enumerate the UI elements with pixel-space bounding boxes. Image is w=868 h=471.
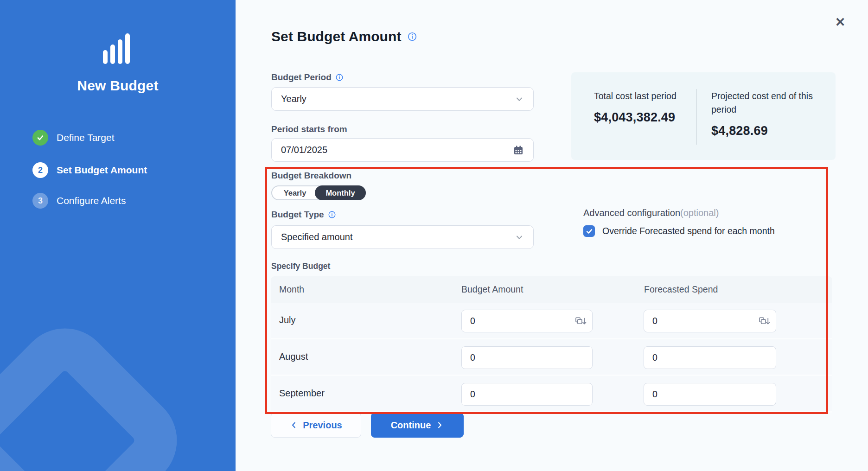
column-header-month: Month: [279, 284, 304, 295]
chevron-left-icon: [290, 421, 298, 429]
toggle-option-yearly[interactable]: Yearly: [272, 189, 318, 197]
continue-button-label: Continue: [391, 420, 431, 431]
budget-amount-field[interactable]: [461, 310, 593, 332]
toggle-option-monthly-selected[interactable]: Monthly: [315, 185, 366, 200]
budget-period-label: Budget Period: [271, 72, 332, 83]
chevron-down-icon: [515, 233, 524, 242]
forecasted-spend-field[interactable]: [644, 383, 776, 406]
budget-period-value: Yearly: [281, 94, 515, 104]
budget-breakdown-label: Budget Breakdown: [271, 171, 351, 181]
chevron-right-icon: [435, 421, 444, 429]
budget-amount-field[interactable]: [461, 383, 593, 406]
set-budget-amount-panel: ✕ Set Budget Amount Budget Period Yearly…: [236, 0, 868, 471]
table-header-row: Month Budget Amount Forecasted Spend: [271, 276, 832, 303]
budget-amount-input[interactable]: [470, 316, 574, 326]
wizard-sidebar: New Budget Define Target 2 Set Budget Am…: [0, 0, 236, 471]
budget-amount-input[interactable]: [470, 389, 587, 400]
info-icon[interactable]: [407, 32, 417, 42]
forecasted-spend-field[interactable]: [644, 310, 776, 332]
previous-button[interactable]: Previous: [271, 413, 361, 438]
copy-down-icon[interactable]: [574, 316, 587, 326]
column-header-forecasted-spend: Forecasted Spend: [644, 284, 718, 295]
page-title: Set Budget Amount: [271, 29, 402, 45]
step-number-badge: 2: [32, 162, 48, 178]
period-starts-field[interactable]: [271, 138, 534, 162]
budget-type-select[interactable]: Specified amount: [271, 225, 534, 249]
table-row: July: [271, 303, 832, 339]
specify-budget-table: Month Budget Amount Forecasted Spend Jul…: [271, 276, 832, 414]
column-header-budget-amount: Budget Amount: [461, 284, 523, 295]
forecasted-spend-input[interactable]: [652, 352, 770, 363]
override-forecast-label: Override Forecasted spend for each month: [602, 226, 775, 236]
step-label: Define Target: [57, 132, 115, 143]
month-label: August: [279, 351, 308, 362]
calendar-icon[interactable]: [513, 145, 524, 156]
vertical-divider: [696, 89, 697, 145]
bar-chart-logo-icon: [103, 33, 131, 64]
specify-budget-label: Specify Budget: [271, 261, 330, 271]
advanced-configuration-label: Advanced configuration: [583, 208, 680, 218]
close-icon[interactable]: ✕: [832, 14, 849, 31]
step-label: Set Budget Amount: [57, 165, 147, 176]
projected-cost-label: Projected cost end of this period: [711, 89, 818, 116]
budget-type-value: Specified amount: [281, 232, 515, 242]
total-cost-last-period-label: Total cost last period: [594, 89, 687, 103]
forecasted-spend-input[interactable]: [652, 389, 770, 400]
budget-type-label: Budget Type: [271, 210, 324, 220]
cost-summary-card: Total cost last period $4,043,382.49 Pro…: [571, 72, 836, 160]
step-configure-alerts[interactable]: 3 Configure Alerts: [32, 192, 126, 210]
new-budget-dialog: New Budget Define Target 2 Set Budget Am…: [0, 0, 868, 471]
checked-checkbox-icon[interactable]: [583, 225, 595, 237]
step-set-budget-amount[interactable]: 2 Set Budget Amount: [32, 161, 147, 179]
info-icon[interactable]: [328, 210, 336, 219]
step-label: Configure Alerts: [57, 195, 126, 206]
step-define-target[interactable]: Define Target: [32, 129, 115, 146]
month-label: July: [279, 315, 296, 325]
table-row: September: [271, 376, 832, 413]
override-forecast-option[interactable]: Override Forecasted spend for each month: [583, 225, 775, 237]
chevron-down-icon: [515, 95, 524, 104]
period-starts-label: Period starts from: [271, 124, 347, 134]
previous-button-label: Previous: [303, 420, 342, 431]
optional-label: (optional): [680, 208, 719, 218]
copy-down-icon[interactable]: [758, 316, 770, 326]
wizard-title: New Budget: [0, 78, 236, 94]
step-number-badge: 3: [32, 193, 48, 209]
budget-amount-field[interactable]: [461, 346, 593, 369]
table-row: August: [271, 339, 832, 376]
watermark-pattern: [0, 309, 196, 471]
budget-period-select[interactable]: Yearly: [271, 87, 534, 111]
month-label: September: [279, 388, 325, 399]
continue-button[interactable]: Continue: [371, 413, 464, 438]
period-starts-input[interactable]: [281, 145, 513, 155]
info-icon[interactable]: [335, 73, 344, 82]
projected-cost-value: $4,828.69: [711, 124, 818, 138]
budget-amount-input[interactable]: [470, 352, 587, 363]
budget-breakdown-toggle[interactable]: Yearly Monthly: [271, 185, 366, 200]
forecasted-spend-field[interactable]: [644, 346, 776, 369]
forecasted-spend-input[interactable]: [652, 316, 758, 326]
step-done-check-icon: [32, 130, 48, 146]
total-cost-last-period-value: $4,043,382.49: [594, 110, 687, 125]
